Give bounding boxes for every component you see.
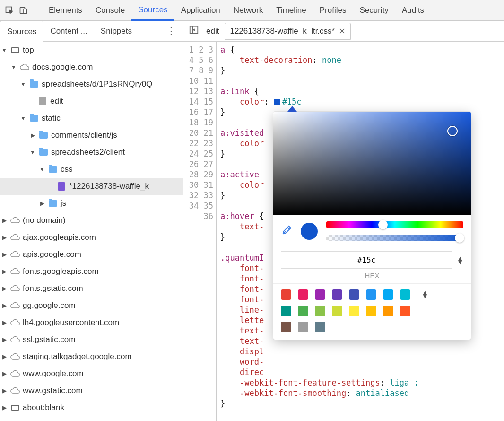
palette-swatch[interactable] <box>298 322 308 332</box>
disclosure-icon[interactable]: ▶ <box>1 404 8 411</box>
palette-swatch[interactable] <box>332 306 342 316</box>
tree-domain[interactable]: ▶apis.google.com <box>0 246 183 263</box>
tree-label: js <box>61 199 66 208</box>
inspect-element-icon[interactable] <box>5 6 14 15</box>
subtab[interactable]: Sources <box>0 21 43 42</box>
hex-input[interactable] <box>281 251 452 269</box>
palette-switch-icon[interactable]: ▲▼ <box>422 290 428 298</box>
palette-swatch[interactable] <box>383 306 393 316</box>
disclosure-icon[interactable]: ▶ <box>1 302 8 309</box>
format-toggle-icon[interactable]: ▲▼ <box>457 256 463 264</box>
disclosure-icon[interactable]: ▼ <box>39 166 45 173</box>
tree-label: ssl.gstatic.com <box>23 335 75 344</box>
editor-toolbar: edit 1226138738-waffle_k_ltr.css* ✕ <box>183 21 504 42</box>
hue-thumb[interactable] <box>378 220 388 229</box>
tree-label: fonts.googleapis.com <box>23 267 99 276</box>
palette-swatch[interactable] <box>366 306 376 316</box>
tree-domain[interactable]: ▶(no domain) <box>0 212 183 229</box>
palette-swatch[interactable] <box>315 289 325 300</box>
main-tab-elements[interactable]: Elements <box>42 0 89 21</box>
hue-slider[interactable] <box>326 221 463 228</box>
main-tab-network[interactable]: Network <box>227 0 269 21</box>
tree-folder[interactable]: ▶ js <box>0 195 183 212</box>
main-tab-audits[interactable]: Audits <box>395 0 431 21</box>
disclosure-icon[interactable]: ▼ <box>1 47 8 53</box>
disclosure-icon[interactable]: ▶ <box>1 251 8 258</box>
disclosure-icon[interactable]: ▼ <box>29 149 36 156</box>
disclosure-icon[interactable]: ▶ <box>1 217 8 224</box>
tree-domain[interactable]: ▶lh4.googleusercontent.com <box>0 314 183 331</box>
main-tab-application[interactable]: Application <box>174 0 227 21</box>
palette-swatch[interactable] <box>281 306 291 316</box>
saturation-value-field[interactable] <box>273 112 471 215</box>
main-tab-profiles[interactable]: Profiles <box>313 0 353 21</box>
tree-root[interactable]: ▼ top <box>0 42 183 59</box>
disclosure-icon[interactable]: ▼ <box>20 115 26 122</box>
sv-cursor[interactable] <box>447 126 458 136</box>
breadcrumb[interactable]: edit <box>206 26 219 36</box>
palette-swatch[interactable] <box>383 289 393 300</box>
tree-folder[interactable]: ▼ spreadsheets2/client <box>0 144 183 161</box>
disclosure-icon[interactable]: ▶ <box>1 336 8 343</box>
main-tab-console[interactable]: Console <box>89 0 131 21</box>
tree-domain[interactable]: ▶staging.talkgadget.google.com <box>0 348 183 365</box>
main-tab-timeline[interactable]: Timeline <box>269 0 313 21</box>
palette-swatch[interactable] <box>349 289 359 300</box>
tree-domain[interactable]: ▶www.google.com <box>0 365 183 382</box>
disclosure-icon[interactable]: ▶ <box>29 132 36 139</box>
palette-swatch[interactable] <box>315 322 325 332</box>
color-swatch[interactable] <box>274 99 280 105</box>
close-tab-icon[interactable]: ✕ <box>339 26 346 36</box>
palette-swatch[interactable] <box>400 289 410 300</box>
subtab[interactable]: Snippets <box>94 21 139 42</box>
tree-folder[interactable]: ▶ comments/client/js <box>0 127 183 144</box>
tree-domain[interactable]: ▶www.gstatic.com <box>0 382 183 399</box>
palette-swatch[interactable] <box>366 289 376 300</box>
device-toggle-icon[interactable] <box>19 6 28 15</box>
tree-label: lh4.googleusercontent.com <box>23 318 119 327</box>
palette-swatch[interactable] <box>281 322 291 332</box>
tree-domain[interactable]: ▶gg.google.com <box>0 297 183 314</box>
alpha-thumb[interactable] <box>455 233 464 243</box>
tree-label: ajax.googleapis.com <box>23 233 96 242</box>
tree-folder[interactable]: ▼ css <box>0 161 183 178</box>
disclosure-icon[interactable]: ▶ <box>1 387 8 394</box>
disclosure-icon[interactable]: ▼ <box>20 81 26 88</box>
tree-domain[interactable]: ▶fonts.googleapis.com <box>0 263 183 280</box>
main-tab-sources[interactable]: Sources <box>131 0 174 21</box>
disclosure-icon[interactable]: ▼ <box>10 64 17 70</box>
palette-swatch[interactable] <box>281 289 291 300</box>
palette-swatch[interactable] <box>332 289 342 300</box>
disclosure-icon[interactable]: ▶ <box>1 370 8 377</box>
tree-domain[interactable]: ▶ajax.googleapis.com <box>0 229 183 246</box>
tree-domain[interactable]: ▶ssl.gstatic.com <box>0 331 183 348</box>
disclosure-icon[interactable]: ▶ <box>1 285 8 292</box>
tree-folder[interactable]: ▼ spreadsheets/d/1P1sRNQry0Q <box>0 76 183 93</box>
tree-domain[interactable]: ▶fonts.gstatic.com <box>0 280 183 297</box>
palette-swatch[interactable] <box>315 306 325 316</box>
disclosure-icon[interactable]: ▶ <box>1 268 8 275</box>
subtabs-more-icon[interactable]: ⋮ <box>159 25 183 37</box>
line-gutter: 1 2 3 4 5 6 7 8 9 10 11 12 13 14 15 16 1… <box>183 42 217 421</box>
disclosure-icon[interactable]: ▶ <box>1 234 8 241</box>
palette-swatch[interactable] <box>298 306 308 316</box>
open-file-tab[interactable]: 1226138738-waffle_k_ltr.css* ✕ <box>225 23 351 40</box>
palette-swatch[interactable] <box>400 306 410 316</box>
tree-folder[interactable]: ▼ static <box>0 110 183 127</box>
tree-domain[interactable]: ▼ docs.google.com <box>0 59 183 76</box>
disclosure-icon[interactable]: ▶ <box>1 319 8 326</box>
eyedropper-icon[interactable] <box>281 225 292 238</box>
tree-frame[interactable]: ▶ about:blank <box>0 399 183 416</box>
disclosure-icon[interactable]: ▶ <box>1 353 8 360</box>
cloud-icon <box>10 301 20 310</box>
alpha-slider[interactable] <box>326 235 463 241</box>
palette-swatch[interactable] <box>298 289 308 300</box>
subtab[interactable]: Content ... <box>43 21 94 42</box>
main-tab-security[interactable]: Security <box>353 0 395 21</box>
tree-file[interactable]: edit <box>0 93 183 110</box>
disclosure-icon[interactable]: ▶ <box>39 200 45 207</box>
divider <box>37 4 37 17</box>
palette-swatch[interactable] <box>349 306 359 316</box>
tree-file-selected[interactable]: *1226138738-waffle_k <box>0 178 183 195</box>
toggle-navigator-icon[interactable] <box>187 25 200 37</box>
